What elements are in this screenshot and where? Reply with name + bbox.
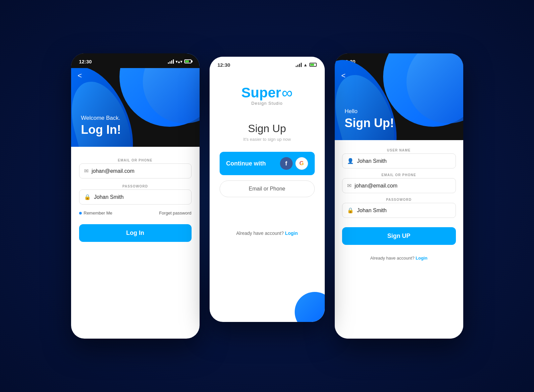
signup-password-input-row[interactable]: 🔒 Johan Smith — [342, 203, 456, 218]
signup-email-input-row[interactable]: ✉ johan@email.com — [342, 178, 456, 193]
signal-bar-2 — [170, 61, 171, 64]
back-button-right[interactable]: < — [335, 68, 352, 83]
wifi-icon-left: ▾▴▾ — [176, 59, 183, 64]
signal-bar-c1 — [296, 66, 297, 67]
lock-icon-right: 🔒 — [347, 207, 354, 214]
logo-subtitle: Design Studio — [241, 101, 293, 106]
hello-subtitle: Hello — [345, 108, 394, 115]
status-icons-center: ▲ — [296, 62, 317, 67]
social-icons-group: f G — [280, 157, 308, 170]
remember-me-label: Remember Me — [84, 211, 112, 216]
username-input-row[interactable]: 👤 Johan Smith — [342, 153, 456, 168]
center-content: Super ∞ Design Studio Sign Up It's easie… — [210, 71, 325, 246]
signal-bar-1 — [168, 62, 169, 64]
person-icon: 👤 — [347, 158, 354, 164]
wifi-icon-center: ▲ — [303, 62, 308, 67]
already-account-center: Already have account? Login — [236, 231, 298, 236]
battery-fill-left — [185, 60, 189, 62]
email-value: johan@email.com — [92, 168, 135, 174]
already-text-right: Already have account? — [370, 256, 414, 261]
signup-button[interactable]: Sign UP — [342, 227, 456, 245]
signup-header: 12:30 ▲ < — [335, 53, 463, 140]
login-form-area: EMAIL OR PHONE ✉ johan@email.com PASSOWO… — [71, 147, 200, 252]
already-account-right: Already have account? Login — [342, 256, 456, 261]
continue-with-button[interactable]: Continue with f G — [220, 152, 315, 175]
envelope-icon-right: ✉ — [347, 182, 351, 189]
back-button-left[interactable]: < — [71, 68, 89, 83]
battery-left — [184, 59, 192, 63]
continue-with-text: Continue with — [226, 160, 266, 167]
status-time-center: 12:30 — [218, 62, 230, 68]
status-bar-left: 12:30 ▾▴▾ — [71, 53, 200, 68]
remember-me-group[interactable]: Remember Me — [79, 211, 112, 216]
login-header: 12:30 ▾▴▾ < — [71, 53, 200, 147]
email-label: EMAIL OR PHONE — [79, 158, 192, 162]
signup-password-field-group: PASSOWORD 🔒 Johan Smith — [342, 198, 456, 218]
envelope-icon: ✉ — [84, 168, 88, 174]
remember-dot — [79, 212, 82, 215]
password-label: PASSOWORD — [79, 184, 192, 188]
center-bottom-wave — [291, 289, 325, 322]
facebook-f-letter: f — [285, 160, 287, 167]
status-bar-center: 12:30 ▲ — [210, 57, 325, 71]
signal-bar-c4 — [301, 63, 302, 67]
signal-bars-left — [168, 59, 174, 64]
username-field-group: USER NAME 👤 Johan Smith — [342, 148, 456, 168]
login-phone: 12:30 ▾▴▾ < — [71, 53, 200, 339]
facebook-icon[interactable]: f — [280, 157, 293, 170]
google-icon[interactable]: G — [295, 157, 308, 170]
signup-email-value: johan@email.com — [355, 183, 397, 189]
password-input-row[interactable]: 🔒 Johan Smith — [79, 189, 192, 205]
battery-fill-center — [310, 64, 314, 66]
battery-icon-left — [184, 59, 192, 63]
email-input-row[interactable]: ✉ johan@email.com — [79, 163, 192, 178]
welcome-subtitle: Welcome Back. — [81, 115, 121, 121]
signal-bar-3 — [171, 60, 172, 64]
remember-forgot-row: Remember Me Forget password — [79, 211, 192, 216]
status-icons-left: ▾▴▾ — [168, 59, 192, 64]
login-link-center[interactable]: Login — [285, 231, 298, 236]
battery-center — [309, 63, 317, 67]
google-g-letter: G — [299, 160, 304, 167]
signal-bar-c3 — [299, 64, 300, 67]
signal-bar-c2 — [297, 65, 298, 67]
username-label: USER NAME — [342, 148, 456, 152]
forget-password-link[interactable]: Forget password — [159, 211, 192, 216]
already-text-center: Already have account? — [236, 231, 284, 236]
signup-password-value: Johan Smith — [357, 208, 387, 214]
password-field-group: PASSOWORD 🔒 Johan Smith — [79, 184, 192, 205]
signup-form-area: USER NAME 👤 Johan Smith EMAIL OR PHONE ✉… — [335, 140, 463, 339]
logo: Super ∞ — [241, 85, 293, 101]
lock-icon: 🔒 — [84, 194, 91, 200]
signup-phone-right: 12:30 ▲ < — [335, 53, 463, 339]
login-button[interactable]: Log In — [79, 224, 192, 242]
signup-email-label: EMAIL OR PHONE — [342, 173, 456, 177]
signup-email-field-group: EMAIL OR PHONE ✉ johan@email.com — [342, 173, 456, 193]
email-field-group: EMAIL OR PHONE ✉ johan@email.com — [79, 158, 192, 178]
signup-subheading: It's easier to sign up now — [243, 137, 291, 142]
hello-title: Sign Up! — [345, 116, 394, 130]
welcome-title: Log In! — [81, 123, 121, 137]
status-time-left: 12:30 — [79, 59, 92, 64]
signup-phone-center: 12:30 ▲ — [210, 57, 325, 322]
logo-area: Super ∞ Design Studio — [241, 85, 293, 106]
password-value: Johan Smith — [94, 194, 124, 200]
screens-container: 12:30 ▾▴▾ < — [0, 0, 534, 392]
signup-password-label: PASSOWORD — [342, 198, 456, 202]
logo-super-text: Super — [241, 85, 281, 101]
signup-heading: Sign Up — [248, 122, 286, 135]
logo-infinity-symbol: ∞ — [282, 85, 293, 100]
username-value: Johan Smith — [357, 158, 387, 164]
center-phone-wrapper: 12:30 ▲ — [210, 70, 325, 322]
welcome-text: Welcome Back. Log In! — [81, 115, 121, 137]
signal-bars-center — [296, 62, 302, 67]
signal-bar-4 — [173, 59, 174, 64]
hello-text: Hello Sign Up! — [345, 108, 394, 130]
login-link-right[interactable]: Login — [416, 256, 427, 261]
email-phone-button[interactable]: Email or Phone — [220, 180, 315, 197]
battery-icon-center — [309, 63, 317, 67]
